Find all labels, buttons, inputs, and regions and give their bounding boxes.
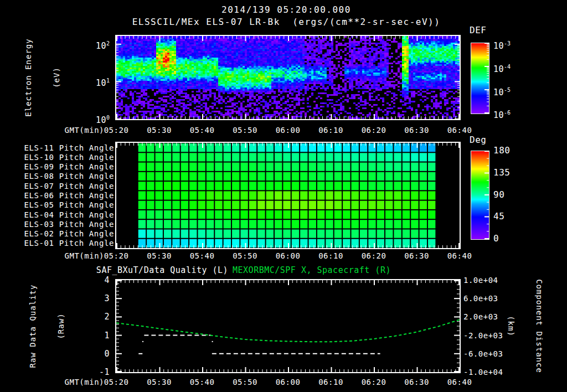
time-tick-label: 06:20: [357, 377, 390, 387]
deg-tick-label: 45: [493, 212, 504, 221]
time-tick-label: 06:40: [443, 251, 476, 261]
pitch-row-label: ELS-03 Pitch Angle: [9, 219, 114, 229]
energy-axis-label-line2: (eV): [52, 22, 61, 133]
def-tick-label-exp: -4: [504, 64, 511, 70]
pitch-row-label: ELS-10 Pitch Angle: [9, 152, 114, 162]
time-axis-label: GMT(min): [32, 125, 104, 135]
quality-axis-label: Raw Data Quality (Raw): [9, 265, 75, 387]
def-tick-label-base: 10: [493, 110, 504, 120]
def-tick-label-exp: -5: [504, 87, 511, 93]
time-tick-label: 06:40: [443, 125, 476, 135]
time-axis-label: GMT(min): [32, 251, 104, 261]
deg-tick-label: 135: [493, 168, 510, 178]
time-tick-label: 05:30: [143, 251, 176, 261]
def-colorbar-title: DEF: [470, 25, 486, 35]
time-tick-label: 05:40: [185, 251, 219, 261]
quality-tick-label: 4: [89, 275, 110, 285]
energy-tick-label-exp: 2: [106, 40, 110, 47]
energy-tick-label-exp: 1: [106, 78, 110, 84]
def-tick-label: 10-5: [493, 85, 511, 97]
distance-tick-label: -1.0e+04: [463, 367, 503, 377]
quality-tick-label: -1: [89, 367, 110, 377]
def-colorbar: [471, 43, 489, 114]
pitch-row-label: ELS-07 Pitch Angle: [9, 181, 114, 191]
pitch-row-label: ELS-09 Pitch Angle: [9, 162, 114, 172]
plot-page: { "header": { "datetime": "2014/139 05:2…: [0, 0, 567, 392]
def-tick-label-exp: -3: [504, 40, 511, 47]
time-tick-label: 06:10: [315, 251, 348, 261]
distance-tick-label: 1.0e+04: [463, 275, 498, 285]
def-tick-label-base: 10: [493, 64, 504, 74]
distance-axis-label-line1: Component Distance: [534, 262, 544, 390]
time-tick-label: 06:00: [271, 125, 305, 135]
def-tick-label-base: 10: [493, 41, 504, 51]
deg-tick-label: 0: [493, 234, 499, 244]
bottom-canvas: [116, 280, 460, 372]
quality-tick-label: 0: [89, 349, 110, 359]
def-tick-label: 10-3: [493, 39, 511, 51]
time-tick-label: 05:20: [100, 251, 133, 261]
energy-tick-label: 102: [82, 39, 110, 51]
time-tick-label: 05:50: [229, 251, 262, 261]
energy-tick-label: 100: [82, 113, 110, 125]
pitch-panel: [115, 142, 461, 249]
energy-tick-label-base: 10: [96, 115, 106, 125]
distance-tick-label: 6.0e+03: [463, 293, 498, 303]
pitch-row-label: ELS-02 Pitch Angle: [9, 229, 114, 239]
pitch-canvas: [116, 143, 460, 248]
energy-tick-label-base: 10: [96, 78, 106, 88]
time-tick-label: 06:30: [400, 251, 434, 261]
time-tick-label: 05:30: [143, 125, 176, 135]
def-tick-label: 10-6: [493, 108, 511, 120]
time-tick-label: 06:20: [357, 125, 390, 135]
def-tick-label-exp: -6: [504, 110, 511, 116]
time-tick-label: 05:50: [229, 377, 262, 387]
time-tick-label: 06:30: [400, 125, 434, 135]
time-tick-label: 05:40: [185, 377, 219, 387]
pitch-row-label: ELS-04 Pitch Angle: [9, 210, 114, 220]
distance-tick-label: 2.0e+03: [463, 312, 498, 322]
pitch-row-label: ELS-11 Pitch Angle: [9, 143, 114, 153]
distance-title: MEXORBMC/SPF X, Spacecraft (R): [229, 265, 395, 275]
distance-axis-label-line2: (km): [506, 262, 516, 390]
distance-tick-label: -6.0e+03: [463, 349, 503, 359]
quality-tick-label: 2: [89, 312, 110, 322]
spectrogram-canvas: [116, 36, 460, 119]
deg-tick-label: 90: [493, 190, 504, 200]
energy-tick-label-base: 10: [96, 41, 106, 51]
def-tick-label: 10-4: [493, 62, 511, 74]
time-tick-label: 06:10: [315, 377, 348, 387]
time-tick-label: 05:20: [100, 377, 133, 387]
deg-tick-label: 180: [493, 146, 510, 156]
title-datetime: 2014/139 05:20:00.000: [0, 5, 567, 15]
time-tick-label: 05:50: [229, 125, 262, 135]
energy-axis-label-line1: Electron Energy: [24, 22, 33, 133]
distance-axis-label: Component Distance (km): [497, 262, 563, 390]
energy-tick-label-exp: 0: [106, 115, 110, 121]
quality-title: SAF_BXuT/Data Quality (L): [79, 265, 245, 275]
pitch-row-label: ELS-05 Pitch Angle: [9, 200, 114, 210]
time-axis-label: GMT(min): [32, 377, 104, 387]
time-tick-label: 06:00: [271, 251, 305, 261]
time-tick-label: 05:40: [185, 125, 219, 135]
pitch-row-label: ELS-08 Pitch Angle: [9, 171, 114, 181]
def-tick-label-base: 10: [493, 87, 504, 97]
quality-tick-label: 3: [89, 293, 110, 303]
quality-axis-label-line1: Raw Data Quality: [28, 265, 38, 387]
distance-tick-label: -2.0e+03: [463, 331, 503, 341]
time-tick-label: 05:30: [143, 377, 176, 387]
bottom-panel: [115, 279, 461, 373]
deg-colorbar: [471, 151, 489, 240]
spectrogram-panel: [115, 35, 461, 120]
deg-colorbar-title: Deg: [470, 135, 486, 145]
time-tick-label: 05:20: [100, 125, 133, 135]
time-tick-label: 06:10: [315, 125, 348, 135]
quality-tick-label: 1: [89, 331, 110, 341]
time-tick-label: 06:00: [271, 377, 305, 387]
energy-tick-label: 101: [82, 76, 110, 88]
time-tick-label: 06:40: [443, 377, 476, 387]
quality-axis-label-line2: (Raw): [56, 265, 66, 387]
time-tick-label: 06:20: [357, 251, 390, 261]
energy-axis-label: Electron Energy (eV): [5, 22, 71, 133]
time-tick-label: 06:30: [400, 377, 434, 387]
